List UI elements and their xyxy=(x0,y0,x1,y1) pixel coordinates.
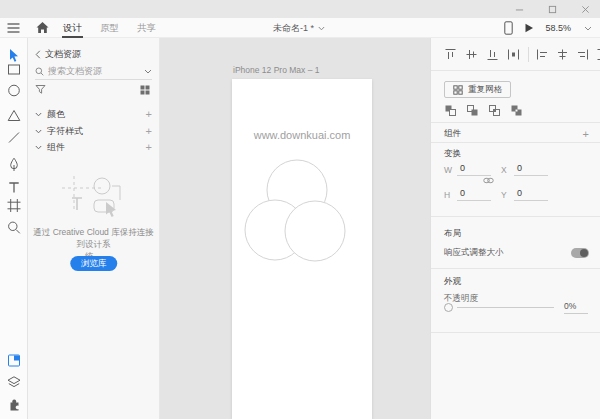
section-components-label: 组件 xyxy=(47,141,141,154)
exclude-overlap-icon[interactable] xyxy=(510,104,523,117)
search-input[interactable] xyxy=(48,66,140,76)
document-title[interactable]: 未命名-1 * xyxy=(273,18,325,38)
grid-view-icon[interactable] xyxy=(140,85,150,95)
divider xyxy=(431,70,600,71)
width-field[interactable]: W 0 xyxy=(444,163,491,176)
responsive-resize-label: 响应式调整大小 xyxy=(444,247,504,259)
select-tool-icon[interactable] xyxy=(6,48,21,63)
y-field-value[interactable]: 0 xyxy=(514,188,548,201)
responsive-resize-toggle[interactable] xyxy=(571,248,589,258)
assets-panel: 文档资源 颜色 + 字符样式 + 组件 + xyxy=(28,38,160,419)
artboard[interactable]: www.downkuai.com xyxy=(232,79,372,419)
pen-tool-icon[interactable] xyxy=(6,157,21,172)
divider xyxy=(431,122,600,123)
section-components[interactable]: 组件 + xyxy=(35,141,152,154)
polygon-tool-icon[interactable] xyxy=(6,108,21,123)
chevron-down-icon xyxy=(35,145,42,150)
tab-share[interactable]: 共享 xyxy=(136,18,157,38)
chevron-down-icon xyxy=(35,129,42,134)
y-field-label: Y xyxy=(501,190,509,200)
distribute-vertical-icon[interactable] xyxy=(596,48,600,61)
chevron-down-icon xyxy=(35,112,42,117)
y-field[interactable]: Y 0 xyxy=(501,188,548,201)
toggle-knob xyxy=(580,249,588,257)
play-preview-icon[interactable] xyxy=(524,23,534,33)
height-field[interactable]: H 0 xyxy=(444,188,491,201)
hamburger-menu-icon[interactable] xyxy=(7,22,20,34)
width-field-value[interactable]: 0 xyxy=(457,163,491,176)
assets-search-row xyxy=(35,63,152,80)
component-section-label: 组件 xyxy=(444,128,461,140)
minimize-icon[interactable] xyxy=(515,5,524,14)
opacity-slider-knob[interactable] xyxy=(444,303,453,312)
zoom-chevron-down-icon[interactable] xyxy=(584,26,592,31)
section-character-styles-label: 字符样式 xyxy=(47,125,141,138)
align-top-icon[interactable] xyxy=(444,48,457,61)
repeat-grid-icon xyxy=(453,85,463,95)
assets-panel-header[interactable]: 文档资源 xyxy=(35,48,81,61)
add-character-style-icon[interactable]: + xyxy=(146,126,152,137)
distribute-horizontal-icon[interactable] xyxy=(507,48,520,61)
divider xyxy=(431,332,600,333)
window-controls xyxy=(515,0,590,18)
subtract-icon[interactable] xyxy=(466,104,479,117)
height-field-value[interactable]: 0 xyxy=(457,188,491,201)
text-tool-icon[interactable] xyxy=(6,180,21,195)
mode-tabs: 设计 原型 共享 xyxy=(62,18,157,38)
intersect-icon[interactable] xyxy=(488,104,501,117)
maximize-icon[interactable] xyxy=(548,5,557,14)
responsive-resize-row: 响应式调整大小 xyxy=(444,246,589,260)
x-field[interactable]: X 0 xyxy=(501,163,548,176)
add-component-icon[interactable]: + xyxy=(146,142,152,153)
opacity-slider-track[interactable] xyxy=(457,307,554,308)
browse-library-button[interactable]: 浏览库 xyxy=(70,256,118,271)
align-bottom-icon[interactable] xyxy=(486,48,499,61)
lock-aspect-ratio-icon[interactable] xyxy=(483,176,494,185)
layout-section-label: 布局 xyxy=(444,228,461,240)
align-vertical-center-icon[interactable] xyxy=(465,48,478,61)
section-character-styles[interactable]: 字符样式 + xyxy=(35,125,152,138)
transform-section-label: 变换 xyxy=(444,148,461,160)
tab-prototype[interactable]: 原型 xyxy=(99,18,120,38)
boolean-ops-toolbar xyxy=(444,104,523,117)
document-title-text: 未命名-1 * xyxy=(273,22,314,35)
repeat-grid-button[interactable]: 重复网格 xyxy=(444,81,511,98)
divider xyxy=(528,47,529,62)
add-component-icon[interactable]: + xyxy=(583,129,589,140)
zoom-level[interactable]: 58.5% xyxy=(545,23,571,33)
assets-filter-row xyxy=(35,84,152,96)
alignment-toolbar xyxy=(444,47,600,62)
x-field-value[interactable]: 0 xyxy=(514,163,548,176)
close-icon[interactable] xyxy=(581,5,590,14)
width-field-label: W xyxy=(444,165,452,175)
rectangle-tool-icon[interactable] xyxy=(6,62,21,77)
artboard-tool-icon[interactable] xyxy=(6,198,21,213)
home-icon[interactable] xyxy=(36,21,49,34)
device-preview-icon[interactable] xyxy=(504,21,513,35)
canvas[interactable]: iPhone 12 Pro Max – 1 www.downkuai.com xyxy=(160,38,430,419)
appearance-section-label: 外观 xyxy=(444,276,461,288)
search-chevron-down-icon[interactable] xyxy=(144,69,152,74)
align-right-icon[interactable] xyxy=(576,48,589,61)
filter-icon[interactable] xyxy=(35,84,46,95)
zoom-tool-icon[interactable] xyxy=(6,220,21,235)
artboard-label[interactable]: iPhone 12 Pro Max – 1 xyxy=(233,65,319,75)
tab-design[interactable]: 设计 xyxy=(62,18,83,38)
opacity-value[interactable]: 0% xyxy=(564,301,588,314)
divider xyxy=(431,268,600,269)
plugins-icon[interactable] xyxy=(6,397,21,412)
document-assets-icon[interactable] xyxy=(6,353,21,368)
chevron-down-icon xyxy=(318,26,325,31)
property-inspector: 重复网格 组件 + 变换 W 0 X 0 H 0 Y 0 xyxy=(430,38,600,419)
ellipse-tool-icon[interactable] xyxy=(6,83,21,98)
divider xyxy=(431,142,600,143)
align-left-icon[interactable] xyxy=(536,48,549,61)
section-colors-label: 颜色 xyxy=(47,108,141,121)
union-icon[interactable] xyxy=(444,104,457,117)
line-tool-icon[interactable] xyxy=(6,130,21,145)
layers-icon[interactable] xyxy=(6,375,21,390)
creative-cloud-illustration xyxy=(60,176,128,218)
align-horizontal-center-icon[interactable] xyxy=(556,48,569,61)
add-color-icon[interactable]: + xyxy=(146,109,152,120)
section-colors[interactable]: 颜色 + xyxy=(35,108,152,121)
